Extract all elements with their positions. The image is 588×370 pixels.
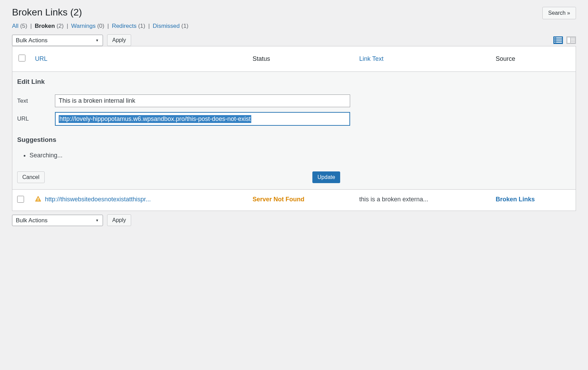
select-all-checkbox[interactable] — [19, 55, 25, 61]
filter-broken-count: (2) — [57, 23, 64, 29]
svg-rect-4 — [556, 40, 562, 41]
svg-rect-15 — [38, 200, 38, 201]
suggestion-searching: Searching... — [30, 152, 571, 159]
table-row: http://thiswebsitedoesnotexistatthispr..… — [12, 190, 576, 211]
filter-broken[interactable]: Broken — [35, 23, 55, 29]
bulk-actions-select[interactable]: Bulk Actions — [12, 35, 103, 46]
svg-rect-9 — [571, 38, 575, 38]
filter-warnings-count: (0) — [97, 23, 104, 29]
links-table: URL Status Link Text Source Edit Link Te… — [12, 46, 576, 211]
url-selected-text: http://lovely-hippopotamus.w6.wpsandbox.… — [59, 115, 251, 123]
svg-rect-11 — [571, 41, 575, 41]
svg-rect-8 — [567, 37, 570, 43]
svg-rect-5 — [554, 42, 555, 43]
row-status: Server Not Found — [253, 196, 304, 203]
row-checkbox[interactable] — [17, 196, 24, 203]
link-text-input[interactable] — [55, 94, 350, 107]
column-source: Source — [491, 46, 576, 72]
filter-redirects-count: (1) — [138, 23, 145, 29]
text-label: Text — [17, 98, 55, 104]
row-source-link[interactable]: Broken Links — [496, 196, 535, 203]
list-view-icon[interactable] — [553, 36, 563, 44]
row-url-link[interactable]: http://thiswebsitedoesnotexistatthispr..… — [45, 196, 151, 203]
column-status: Status — [248, 46, 355, 72]
apply-button[interactable]: Apply — [107, 34, 131, 46]
filter-all[interactable]: All — [12, 23, 19, 29]
filter-redirects[interactable]: Redirects — [112, 23, 137, 29]
edit-link-heading: Edit Link — [17, 78, 571, 86]
filter-links: All (5) | Broken (2) | Warnings (0) | Re… — [12, 23, 188, 30]
bulk-actions-select-bottom[interactable]: Bulk Actions — [12, 215, 103, 226]
filter-dismissed-label: Dismissed — [153, 23, 180, 29]
warning-icon — [35, 196, 41, 204]
apply-button-bottom[interactable]: Apply — [107, 214, 131, 226]
filter-warnings-label: Warnings — [71, 23, 95, 29]
svg-rect-1 — [554, 37, 555, 38]
svg-rect-6 — [556, 42, 562, 43]
link-url-input[interactable]: http://lovely-hippopotamus.w6.wpsandbox.… — [55, 112, 350, 126]
filter-redirects-label: Redirects — [112, 23, 137, 29]
search-button[interactable]: Search » — [542, 7, 576, 19]
column-url[interactable]: URL — [30, 46, 248, 72]
inline-edit-row: Edit Link Text URL http://lovely-hippopo… — [12, 72, 576, 190]
excerpt-view-icon[interactable] — [566, 36, 576, 44]
page-title: Broken Links (2) — [12, 7, 188, 18]
filter-dismissed[interactable]: Dismissed — [153, 23, 180, 29]
filter-all-count: (5) — [20, 23, 27, 29]
svg-rect-10 — [571, 39, 575, 40]
svg-rect-3 — [554, 40, 555, 41]
url-label: URL — [17, 115, 55, 122]
filter-all-label: All — [12, 23, 19, 29]
update-button[interactable]: Update — [312, 171, 341, 183]
cancel-button[interactable]: Cancel — [17, 171, 45, 183]
svg-rect-14 — [38, 198, 38, 200]
filter-warnings[interactable]: Warnings — [71, 23, 95, 29]
filter-broken-label: Broken — [35, 23, 55, 29]
filter-dismissed-count: (1) — [181, 23, 188, 29]
column-link-text[interactable]: Link Text — [354, 46, 491, 72]
row-link-text: this is a broken externa... — [354, 190, 491, 211]
svg-rect-2 — [556, 37, 562, 38]
svg-rect-12 — [571, 42, 575, 43]
suggestions-heading: Suggestions — [17, 136, 571, 144]
